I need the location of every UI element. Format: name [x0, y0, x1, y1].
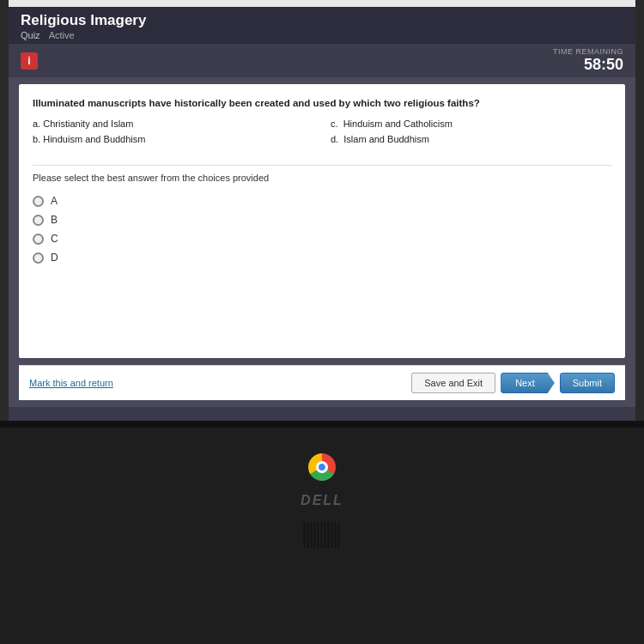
divider — [33, 165, 611, 166]
radio-c[interactable] — [33, 234, 44, 245]
quiz-meta: Quiz Active — [21, 30, 623, 40]
option-d-letter: d. — [331, 134, 343, 144]
monitor: Religious Imagery Quiz Active i TIME REM… — [0, 0, 644, 644]
quiz-label: Quiz — [21, 30, 40, 40]
radio-c-label: C — [51, 233, 58, 245]
quiz-status: Active — [49, 30, 75, 40]
chrome-logo — [308, 453, 336, 481]
next-button[interactable]: Next — [501, 373, 555, 393]
screen: Religious Imagery Quiz Active i TIME REM… — [9, 0, 635, 421]
quiz-title: Religious Imagery — [21, 12, 623, 29]
speaker-bar-bottom — [303, 522, 342, 548]
browser-chrome — [9, 0, 635, 7]
radio-b[interactable] — [33, 215, 44, 226]
stand-area: DELL — [301, 453, 343, 548]
mark-return-link[interactable]: Mark this and return — [29, 378, 113, 388]
radio-item-a[interactable]: A — [33, 195, 611, 207]
option-b-text: Hinduism and Buddhism — [43, 134, 145, 144]
info-badge[interactable]: i — [21, 52, 38, 70]
option-b-letter: b. — [33, 134, 43, 144]
time-remaining: TIME REMAINING 58:50 — [553, 47, 623, 74]
radio-a[interactable] — [33, 196, 44, 207]
radio-d-label: D — [51, 252, 58, 264]
radio-options: A B C D — [33, 195, 611, 264]
answer-option-a: a. Christianity and Islam — [33, 117, 313, 131]
instruction-text: Please select the best answer from the c… — [33, 173, 611, 183]
radio-item-c[interactable]: C — [33, 233, 611, 245]
radio-item-b[interactable]: B — [33, 214, 611, 226]
speaker-bar-top — [0, 421, 644, 428]
bottom-buttons: Save and Exit Next Submit — [411, 373, 615, 393]
monitor-brand: DELL — [301, 493, 343, 508]
time-value: 58:50 — [553, 56, 623, 74]
quiz-app: Religious Imagery Quiz Active i TIME REM… — [9, 7, 635, 407]
option-a-text: Christianity and Islam — [43, 118, 133, 129]
quiz-bottom: Mark this and return Save and Exit Next … — [19, 365, 625, 400]
answer-option-d: d. Islam and Buddhism — [331, 132, 611, 146]
save-exit-button[interactable]: Save and Exit — [411, 373, 495, 393]
quiz-header: Religious Imagery Quiz Active — [9, 7, 635, 44]
option-c-letter: c. — [331, 118, 343, 129]
radio-item-d[interactable]: D — [33, 252, 611, 264]
question-text: Illuminated manuscripts have historicall… — [33, 96, 611, 110]
submit-button[interactable]: Submit — [560, 373, 615, 393]
radio-a-label: A — [51, 195, 58, 207]
radio-d[interactable] — [33, 252, 44, 264]
option-a-letter: a. — [33, 118, 43, 129]
answer-option-b: b. Hinduism and Buddhism — [33, 132, 313, 146]
answer-options: a. Christianity and Islam c. Hinduism an… — [33, 117, 611, 146]
time-label: TIME REMAINING — [553, 47, 623, 56]
answer-option-c: c. Hinduism and Catholicism — [331, 117, 611, 131]
chrome-logo-center — [316, 461, 328, 473]
radio-b-label: B — [51, 214, 58, 226]
quiz-top-bar: i TIME REMAINING 58:50 — [9, 44, 635, 77]
option-c-text: Hinduism and Catholicism — [343, 118, 453, 129]
bottom-bezel: DELL — [0, 421, 644, 644]
quiz-content: Illuminated manuscripts have historicall… — [19, 84, 625, 358]
option-d-text: Islam and Buddhism — [343, 134, 429, 144]
